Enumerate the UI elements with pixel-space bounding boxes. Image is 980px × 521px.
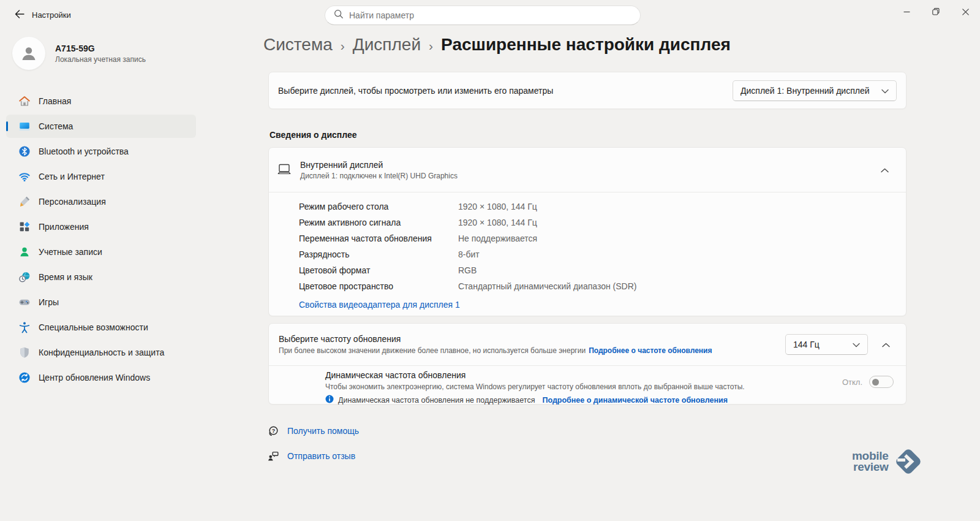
avatar	[12, 37, 45, 70]
detail-row-vrr: Переменная частота обновления Не поддерж…	[299, 230, 895, 246]
display-info-header[interactable]: Внутренний дисплей Дисплей 1: подключен …	[269, 148, 906, 192]
windows-update-icon	[18, 371, 31, 384]
refresh-rate-learn-more-link[interactable]: Подробнее о частоте обновления	[589, 346, 712, 355]
dynamic-refresh-row: Динамическая частота обновления Чтобы эк…	[269, 366, 906, 405]
system-icon	[18, 120, 31, 132]
detail-row-bit-depth: Разрядность 8-бит	[299, 246, 895, 262]
gaming-icon	[18, 296, 31, 308]
settings-search[interactable]	[325, 6, 641, 25]
send-feedback-row[interactable]: Отправить отзыв	[267, 450, 359, 462]
detail-row-color-format: Цветовой формат RGB	[299, 262, 895, 278]
sidebar-item-windows-update[interactable]: Центр обновления Windows	[6, 366, 196, 389]
window-controls	[892, 0, 980, 25]
sidebar-item-accounts[interactable]: Учетные записи	[6, 240, 196, 264]
get-help-row[interactable]: ? Получить помощь	[267, 425, 359, 437]
toggle-state-label: Откл.	[842, 378, 862, 387]
search-icon	[334, 9, 344, 21]
sidebar-item-label: Конфиденциальность и защита	[39, 348, 164, 357]
detail-row-desktop-mode: Режим рабочего стола 1920 × 1080, 144 Гц	[299, 199, 895, 215]
sidebar-item-network[interactable]: Сеть и Интернет	[6, 165, 196, 188]
display-info-title: Внутренний дисплей	[300, 160, 458, 170]
network-icon	[18, 170, 31, 183]
page-title: Расширенные настройки дисплея	[441, 35, 731, 55]
sidebar-item-label: Центр обновления Windows	[39, 373, 150, 382]
minimize-button[interactable]	[892, 0, 921, 23]
sidebar-item-label: Система	[39, 121, 73, 131]
refresh-rate-row: Выберите частоту обновления При более вы…	[269, 324, 906, 365]
chevron-up-icon	[882, 339, 890, 350]
account-name: A715-59G	[55, 44, 146, 53]
send-feedback-link[interactable]: Отправить отзыв	[287, 451, 355, 461]
adapter-properties-link[interactable]: Свойства видеоадаптера для дисплея 1	[299, 300, 460, 310]
display-select-dropdown[interactable]: Дисплей 1: Внутренний дисплей	[733, 80, 897, 101]
toggle-knob	[872, 379, 879, 386]
sidebar-item-label: Игры	[39, 297, 59, 307]
sidebar-item-label: Приложения	[39, 222, 89, 232]
sidebar-nav: Главная Система Bluetooth и устройства С…	[6, 89, 196, 391]
sidebar-item-bluetooth[interactable]: Bluetooth и устройства	[6, 140, 196, 163]
bluetooth-icon	[18, 145, 31, 158]
feedback-icon	[267, 450, 279, 462]
help-icon: ?	[267, 425, 279, 437]
sidebar-item-apps[interactable]: Приложения	[6, 215, 196, 238]
dynamic-refresh-learn-more-link[interactable]: Подробнее о динамической частоте обновле…	[542, 396, 728, 405]
home-icon	[18, 95, 31, 107]
mobile-review-logo-icon	[892, 446, 924, 477]
chevron-down-icon	[853, 340, 860, 349]
sidebar-item-privacy[interactable]: Конфиденциальность и защита	[6, 341, 196, 364]
privacy-icon	[18, 346, 31, 359]
info-icon	[325, 395, 334, 405]
restore-icon	[932, 8, 940, 15]
display-detail-rows: Режим рабочего стола 1920 × 1080, 144 Гц…	[269, 192, 906, 294]
accessibility-icon	[18, 321, 31, 333]
sidebar-item-accessibility[interactable]: Специальные возможности	[6, 316, 196, 339]
sidebar-item-system[interactable]: Система	[6, 115, 196, 138]
detail-row-color-space: Цветовое пространство Стандартный динами…	[299, 278, 895, 294]
dynamic-refresh-subtitle: Чтобы экономить электроэнергию, система …	[325, 382, 895, 391]
settings-window: Настройки A715-59G Локальная учетная зап…	[0, 0, 980, 521]
monitor-icon	[277, 162, 292, 177]
display-select-label: Выберите дисплей, чтобы просмотреть или …	[278, 86, 553, 96]
account-type: Локальная учетная запись	[55, 55, 146, 64]
close-button[interactable]	[951, 0, 980, 23]
refresh-rate-value: 144 Гц	[793, 340, 820, 349]
chevron-down-icon	[881, 86, 889, 96]
sidebar-item-label: Сеть и Интернет	[39, 172, 105, 181]
breadcrumb: Система › Дисплей › Расширенные настройк…	[263, 35, 731, 55]
refresh-rate-title: Выберите частоту обновления	[279, 334, 712, 344]
sidebar-item-personalization[interactable]: Персонализация	[6, 190, 196, 213]
collapse-button[interactable]	[876, 335, 895, 354]
display-select-card: Выберите дисплей, чтобы просмотреть или …	[268, 72, 907, 109]
restore-button[interactable]	[921, 0, 951, 23]
minimize-icon	[903, 9, 910, 15]
refresh-rate-dropdown[interactable]: 144 Гц	[785, 334, 868, 355]
collapse-button[interactable]	[875, 161, 894, 179]
sidebar-item-time-language[interactable]: Время и язык	[6, 265, 196, 289]
apps-icon	[18, 221, 31, 233]
display-info-subtitle: Дисплей 1: подключен к Intel(R) UHD Grap…	[300, 172, 458, 180]
refresh-rate-card: Выберите частоту обновления При более вы…	[268, 323, 907, 405]
dynamic-refresh-toggle[interactable]	[869, 376, 894, 388]
app-title: Настройки	[32, 10, 71, 20]
accounts-icon	[18, 246, 31, 258]
breadcrumb-separator: ›	[429, 37, 433, 53]
section-title-display-info: Сведения о дисплее	[270, 130, 357, 140]
search-input[interactable]	[349, 10, 631, 20]
breadcrumb-system[interactable]: Система	[263, 35, 333, 55]
sidebar-item-label: Время и язык	[39, 272, 92, 282]
get-help-link[interactable]: Получить помощь	[287, 426, 359, 436]
breadcrumb-separator: ›	[341, 37, 345, 53]
personalization-icon	[18, 196, 31, 208]
account-card[interactable]: A715-59G Локальная учетная запись	[12, 36, 214, 71]
watermark-text: mobile review	[852, 451, 888, 473]
mobile-review-watermark: mobile review	[852, 446, 924, 477]
svg-text:?: ?	[272, 428, 276, 434]
back-button[interactable]	[10, 7, 29, 23]
sidebar-item-label: Специальные возможности	[39, 322, 148, 332]
sidebar-item-gaming[interactable]: Игры	[6, 291, 196, 314]
sidebar-item-label: Персонализация	[39, 197, 106, 207]
breadcrumb-display[interactable]: Дисплей	[353, 35, 421, 55]
dynamic-refresh-toggle-group: Откл.	[842, 376, 894, 388]
sidebar-item-home[interactable]: Главная	[6, 89, 196, 113]
sidebar-item-label: Bluetooth и устройства	[39, 146, 129, 156]
